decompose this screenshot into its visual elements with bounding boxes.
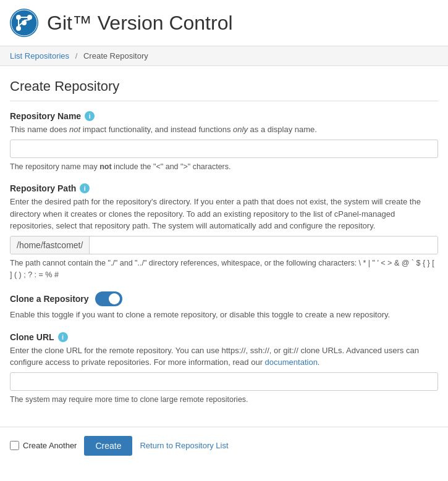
clone-url-desc: Enter the clone URL for the remote repos… [10, 345, 438, 369]
toggle-thumb [109, 293, 120, 304]
breadcrumb-current: Create Repository [83, 51, 148, 61]
repo-path-input[interactable] [90, 236, 437, 254]
svg-point-4 [16, 26, 21, 31]
clone-url-input[interactable] [10, 372, 438, 391]
clone-toggle-row: Clone a Repository [10, 291, 438, 306]
breadcrumb-separator: / [75, 51, 78, 61]
toggle-track [95, 291, 122, 306]
create-button[interactable]: Create [84, 436, 132, 456]
repo-name-label-text: Repository Name [10, 111, 81, 121]
repo-path-input-wrapper: /home/fastcomet/ [10, 236, 438, 254]
repo-path-desc: Enter the desired path for the repositor… [10, 196, 438, 232]
clone-section: Clone a Repository Enable this toggle if… [10, 291, 438, 321]
repo-name-section: Repository Name i This name does not imp… [10, 111, 438, 172]
repo-name-desc: This name does not impact functionality,… [10, 123, 438, 136]
git-logo [10, 9, 38, 37]
clone-url-info-icon[interactable]: i [58, 332, 68, 342]
repo-path-info-icon[interactable]: i [80, 183, 90, 193]
svg-point-3 [27, 15, 32, 20]
create-another-text: Create Another [23, 441, 77, 450]
clone-toggle[interactable] [95, 291, 122, 306]
breadcrumb-list-link[interactable]: List Repositories [10, 51, 69, 61]
page-title: Create Repository [10, 78, 438, 101]
repo-path-prefix: /home/fastcomet/ [11, 236, 90, 254]
repo-name-input[interactable] [10, 140, 438, 158]
main-content: Create Repository Repository Name i This… [0, 66, 448, 427]
clone-url-label-text: Clone URL [10, 332, 54, 342]
app-title: Git™ Version Control [47, 12, 233, 35]
create-another-label[interactable]: Create Another [10, 441, 77, 450]
repo-name-label: Repository Name i [10, 111, 438, 121]
svg-point-5 [22, 20, 27, 25]
app-header: Git™ Version Control [0, 0, 448, 46]
clone-url-note: The system may require more time to clon… [10, 394, 438, 406]
repo-path-section: Repository Path i Enter the desired path… [10, 183, 438, 280]
svg-line-8 [24, 20, 30, 20]
repo-name-info-icon[interactable]: i [85, 111, 95, 121]
clone-url-doc-link[interactable]: documentation [265, 358, 318, 367]
breadcrumb: List Repositories / Create Repository [0, 46, 448, 66]
repo-path-label: Repository Path i [10, 183, 438, 193]
return-link[interactable]: Return to Repository List [140, 441, 228, 450]
repo-path-label-text: Repository Path [10, 183, 76, 193]
create-another-checkbox[interactable] [10, 441, 19, 450]
repo-name-note: The repository name may not include the … [10, 161, 438, 173]
clone-label: Clone a Repository [10, 294, 89, 304]
clone-url-label: Clone URL i [10, 332, 438, 342]
clone-desc: Enable this toggle if you want to clone … [10, 309, 438, 321]
repo-path-note: The path cannot contain the "./" and "..… [10, 257, 438, 281]
footer-bar: Create Another Create Return to Reposito… [0, 427, 448, 464]
clone-url-section: Clone URL i Enter the clone URL for the … [10, 332, 438, 406]
